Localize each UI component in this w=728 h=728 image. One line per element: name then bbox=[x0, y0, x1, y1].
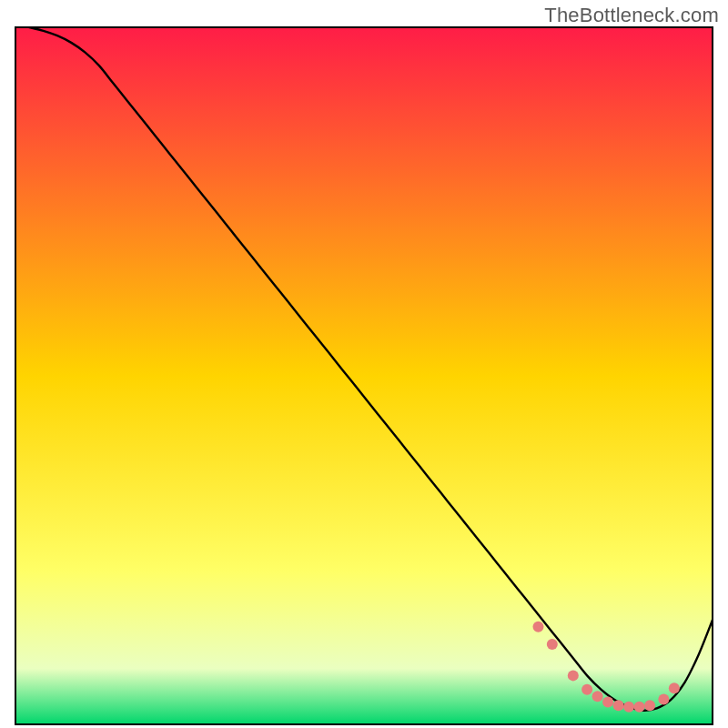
watermark-text: TheBottleneck.com bbox=[544, 4, 719, 27]
data-marker bbox=[623, 702, 634, 713]
chart-container: TheBottleneck.com bbox=[0, 0, 728, 728]
data-marker bbox=[634, 702, 645, 713]
data-marker bbox=[581, 684, 592, 695]
gradient-background bbox=[15, 27, 713, 724]
data-marker bbox=[658, 693, 669, 704]
data-marker bbox=[669, 682, 680, 693]
chart-svg bbox=[0, 0, 728, 728]
data-marker bbox=[602, 696, 613, 707]
data-marker bbox=[533, 622, 544, 632]
data-marker bbox=[568, 670, 579, 681]
data-marker bbox=[644, 700, 655, 711]
data-marker bbox=[592, 691, 603, 702]
data-marker bbox=[547, 639, 558, 650]
data-marker bbox=[613, 700, 624, 711]
